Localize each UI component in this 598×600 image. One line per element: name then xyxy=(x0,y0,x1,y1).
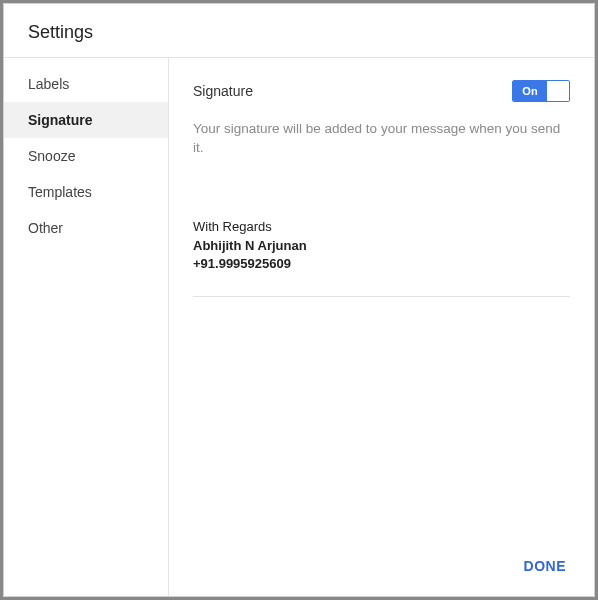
modal-header: Settings xyxy=(4,4,594,58)
modal-body: Labels Signature Snooze Templates Other … xyxy=(4,58,594,596)
signature-toggle[interactable]: On xyxy=(512,80,570,102)
signature-name: Abhijith N Arjunan xyxy=(193,237,570,256)
settings-modal: Settings Labels Signature Snooze Templat… xyxy=(3,3,595,597)
signature-greeting: With Regards xyxy=(193,218,570,237)
signature-preview[interactable]: With Regards Abhijith N Arjunan +91.9995… xyxy=(193,218,570,293)
done-button[interactable]: DONE xyxy=(520,552,570,580)
signature-divider xyxy=(193,296,570,297)
signature-description: Your signature will be added to your mes… xyxy=(193,120,570,158)
sidebar-item-signature[interactable]: Signature xyxy=(4,102,168,138)
sidebar-item-labels[interactable]: Labels xyxy=(4,66,168,102)
signature-header-row: Signature On xyxy=(193,80,570,102)
page-title: Settings xyxy=(28,22,570,43)
sidebar-item-snooze[interactable]: Snooze xyxy=(4,138,168,174)
section-title: Signature xyxy=(193,83,253,99)
signature-phone: +91.9995925609 xyxy=(193,255,570,274)
toggle-knob xyxy=(547,81,569,101)
settings-sidebar: Labels Signature Snooze Templates Other xyxy=(4,58,169,596)
sidebar-item-other[interactable]: Other xyxy=(4,210,168,246)
sidebar-item-templates[interactable]: Templates xyxy=(4,174,168,210)
settings-content: Signature On Your signature will be adde… xyxy=(169,58,594,596)
toggle-on-label: On xyxy=(513,81,547,101)
modal-footer: DONE xyxy=(193,540,570,580)
